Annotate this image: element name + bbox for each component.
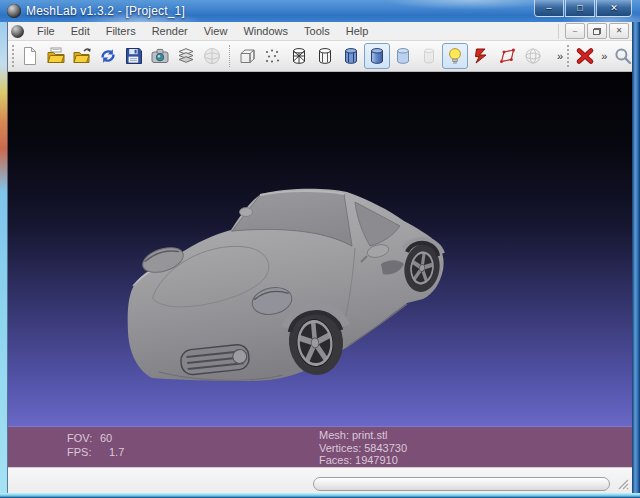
menu-edit[interactable]: Edit [63, 22, 98, 40]
light-toggle-button[interactable] [442, 43, 468, 69]
vertices-row: Vertices:5843730 [319, 442, 407, 455]
faces-value: 1947910 [355, 454, 398, 466]
camera-icon [150, 46, 170, 66]
reload-icon [98, 46, 118, 66]
menu-view[interactable]: View [196, 22, 236, 40]
search-icon [613, 46, 633, 66]
smooth-cylinder-icon [367, 46, 387, 66]
menubar-divider [558, 24, 559, 39]
viewport-canvas[interactable]: FOV:60 FPS:1.7 Mesh:print.stl Vertices:5… [8, 72, 632, 467]
trackball-icon [523, 46, 543, 66]
project-window-icon[interactable] [11, 25, 24, 38]
window-frame-left [0, 22, 8, 493]
menu-windows[interactable]: Windows [235, 22, 296, 40]
toolbar-drag-handle[interactable] [12, 45, 14, 67]
menu-bar: File Edit Filters Render View Windows To… [8, 22, 632, 41]
fps-label: FPS: [67, 446, 100, 460]
minimize-button[interactable]: – [534, 0, 564, 17]
open-project-icon [46, 46, 66, 66]
window-frame-right [632, 22, 640, 493]
main-toolbar: » » [8, 41, 632, 72]
resize-grip-icon[interactable] [618, 479, 629, 490]
render-points-button[interactable] [260, 43, 286, 69]
status-bar [8, 467, 632, 493]
hidden-lines-cylinder-icon [315, 46, 335, 66]
toolbar-overflow-chevron[interactable]: » [598, 43, 610, 69]
restore-icon [593, 28, 601, 35]
faces-row: Faces:1947910 [319, 454, 407, 467]
render-flat-lines-button[interactable] [338, 43, 364, 69]
raster-mode-button[interactable] [199, 43, 225, 69]
delete-mesh-red-x-icon [575, 46, 595, 66]
reload-button[interactable] [95, 43, 121, 69]
layers-icon [176, 46, 196, 66]
import-mesh-icon [72, 46, 92, 66]
snapshot-button[interactable] [147, 43, 173, 69]
vertices-value: 5843730 [364, 442, 407, 454]
title-bar[interactable]: MeshLab v1.3.2 - [Project_1] – □ ✕ [0, 0, 640, 22]
backface-culling-button[interactable] [468, 43, 494, 69]
save-icon [124, 46, 144, 66]
window-frame-bottom [0, 493, 640, 498]
menu-tools[interactable]: Tools [296, 22, 338, 40]
import-mesh-button[interactable] [69, 43, 95, 69]
toolbar-overflow-chevron[interactable]: » [554, 43, 566, 69]
globe-icon [202, 46, 222, 66]
left-mirror [240, 208, 253, 217]
hud-camera-stats: FOV:60 FPS:1.7 [67, 432, 124, 459]
points-icon [263, 46, 283, 66]
light-bulb-icon [445, 46, 465, 66]
render-flat-button[interactable] [390, 43, 416, 69]
red-ribbon-icon [471, 46, 491, 66]
mesh-value: print.stl [352, 429, 387, 441]
hud-info-bar: FOV:60 FPS:1.7 Mesh:print.stl Vertices:5… [8, 427, 632, 467]
render-hidden-lines-button[interactable] [312, 43, 338, 69]
render-wireframe-button[interactable] [286, 43, 312, 69]
red-edge-mesh-icon [497, 46, 517, 66]
fps-value: 1.7 [100, 446, 124, 458]
bounding-box-icon [237, 46, 257, 66]
open-project-button[interactable] [43, 43, 69, 69]
search-button[interactable] [610, 43, 636, 69]
menu-render[interactable]: Render [144, 22, 196, 40]
trackball-button[interactable] [520, 43, 546, 69]
maximize-button[interactable]: □ [565, 0, 595, 17]
faces-label: Faces: [319, 454, 352, 466]
fov-row: FOV:60 [67, 432, 124, 446]
progress-bar [313, 477, 610, 491]
render-bbox-button[interactable] [234, 43, 260, 69]
mdi-close-button[interactable]: ✕ [609, 23, 629, 39]
mesh-row: Mesh:print.stl [319, 429, 407, 442]
mdi-restore-button[interactable] [587, 23, 607, 39]
render-texture-button[interactable] [416, 43, 442, 69]
wireframe-cylinder-icon [289, 46, 309, 66]
window-title: MeshLab v1.3.2 - [Project_1] [26, 4, 185, 18]
mdi-minimize-button[interactable]: – [565, 23, 585, 39]
new-project-button[interactable] [17, 43, 43, 69]
close-button[interactable]: ✕ [596, 0, 632, 17]
menu-file[interactable]: File [29, 22, 63, 40]
flat-lines-cylinder-icon [341, 46, 361, 66]
car-mesh-model [119, 180, 459, 400]
meshlab-logo-icon [7, 4, 21, 18]
render-smooth-button[interactable] [364, 43, 390, 69]
save-button[interactable] [121, 43, 147, 69]
menu-help[interactable]: Help [338, 22, 377, 40]
selection-decorator-button[interactable] [494, 43, 520, 69]
vertices-label: Vertices: [319, 442, 361, 454]
flat-cylinder-icon [393, 46, 413, 66]
toolbar-separator [229, 45, 230, 67]
toolbar-drag-handle[interactable] [567, 45, 569, 67]
fov-label: FOV: [67, 432, 100, 446]
hud-mesh-stats: Mesh:print.stl Vertices:5843730 Faces:19… [319, 429, 407, 467]
menu-filters[interactable]: Filters [98, 22, 144, 40]
meshlab-window: MeshLab v1.3.2 - [Project_1] – □ ✕ File … [0, 0, 640, 498]
mesh-label: Mesh: [319, 429, 349, 441]
delete-current-mesh-button[interactable] [572, 43, 598, 69]
window-controls: – □ ✕ [533, 0, 632, 17]
texture-icon [419, 46, 439, 66]
new-document-icon [20, 46, 40, 66]
fov-value: 60 [100, 432, 112, 444]
mdi-window-controls: – ✕ [563, 23, 629, 39]
layer-dialog-button[interactable] [173, 43, 199, 69]
